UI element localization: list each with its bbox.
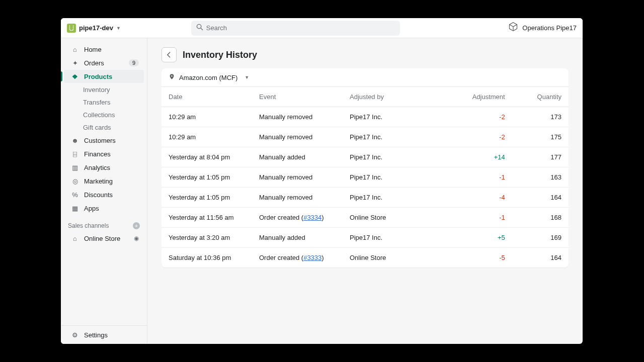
customers-icon: ☻ [71,137,79,144]
sidebar-item-label: Products [84,73,112,80]
location-name: Amazon.com (MCF) [179,74,237,81]
cell-adjusted-by: Pipe17 Inc. [343,188,443,208]
col-header-adjusted-by: Adjusted by [343,87,443,107]
location-selector[interactable]: Amazon.com (MCF) ▼ [162,68,569,87]
cell-adjusted-by: Online Store [343,208,443,228]
sidebar-item-apps[interactable]: ▦Apps [64,202,144,215]
arrow-left-icon [165,51,173,59]
analytics-icon: ▥ [71,164,79,171]
sidebar-item-marketing[interactable]: ◎Marketing [64,174,144,188]
sidebar-item-label: Home [84,46,102,53]
cell-quantity: 164 [512,248,569,268]
cell-event: Order created (#3333) [252,248,343,268]
orders-badge: 9 [129,59,139,66]
add-channel-button[interactable]: + [133,222,140,229]
sidebar-subitem-collections[interactable]: Collections [64,109,144,121]
store-name: pipe17-dev [79,24,113,32]
cell-date: Yesterday at 8:04 pm [162,147,252,167]
cell-quantity: 168 [512,208,569,228]
cell-adjustment: +14 [443,147,512,167]
cell-adjustment: +5 [443,228,512,248]
table-row: Yesterday at 11:56 amOrder created (#333… [162,208,569,228]
account-label: Operations Pipe17 [522,24,577,32]
cell-adjustment: -2 [443,127,512,147]
sidebar-item-settings[interactable]: ⚙ Settings [64,328,144,341]
search-icon [196,24,203,32]
col-header-date: Date [162,87,252,107]
discounts-icon: % [71,191,79,199]
store-icon: ⌂ [71,235,79,242]
back-button[interactable] [162,47,177,62]
cell-event: Manually added [252,228,343,248]
cell-adjustment: -5 [443,248,512,268]
sidebar-item-discounts[interactable]: %Discounts [64,188,144,201]
settings-label: Settings [84,331,108,339]
table-row: 10:29 amManually removedPipe17 Inc.-2173 [162,107,569,127]
sidebar-item-label: Apps [84,205,99,212]
apps-icon: ▦ [71,205,79,212]
sidebar-item-customers[interactable]: ☻Customers [64,134,144,147]
svg-point-0 [197,24,201,28]
table-row: 10:29 amManually removedPipe17 Inc.-2175 [162,127,569,147]
location-pin-icon [169,73,175,81]
sidebar-item-products[interactable]: ❖Products [64,70,144,83]
search-placeholder: Search [206,24,227,32]
sales-channels-header: Sales channels + [61,222,147,229]
col-header-quantity: Quantity [512,87,569,107]
order-link[interactable]: #3334 [303,214,321,221]
home-icon: ⌂ [71,46,79,53]
table-row: Yesterday at 1:05 pmManually removedPipe… [162,188,569,208]
cell-quantity: 169 [512,228,569,248]
cell-adjusted-by: Pipe17 Inc. [343,127,443,147]
col-header-adjustment: Adjustment [443,87,512,107]
cell-adjusted-by: Pipe17 Inc. [343,228,443,248]
inventory-history-card: Amazon.com (MCF) ▼ Date Event Adjusted b… [162,68,569,267]
cell-date: 10:29 am [162,107,252,127]
cell-quantity: 175 [512,127,569,147]
table-row: Yesterday at 8:04 pmManually addedPipe17… [162,147,569,167]
cell-quantity: 173 [512,107,569,127]
sidebar-item-label: Analytics [84,164,110,171]
account-menu[interactable]: Operations Pipe17 [508,22,577,34]
channel-item-label: Online Store [84,235,120,242]
products-icon: ❖ [71,73,79,80]
cell-event: Manually removed [252,188,343,208]
sidebar-item-orders[interactable]: ✦Orders9 [64,56,144,69]
sidebar-item-finances[interactable]: ⌸Finances [64,147,144,160]
eye-icon[interactable]: ◉ [134,235,139,242]
finances-icon: ⌸ [71,150,79,158]
sidebar-item-home[interactable]: ⌂Home [64,43,144,56]
cell-date: Yesterday at 3:20 am [162,228,252,248]
order-link[interactable]: #3333 [303,254,321,261]
sidebar-item-label: Finances [84,150,111,158]
cell-event: Manually removed [252,107,343,127]
cell-quantity: 163 [512,167,569,188]
cell-quantity: 164 [512,188,569,208]
chevron-down-icon: ▼ [245,75,249,80]
sidebar-subitem-transfers[interactable]: Transfers [64,96,144,108]
gear-icon: ⚙ [71,331,79,339]
cell-adjustment: -2 [443,107,512,127]
sidebar-item-label: Marketing [84,177,113,185]
sidebar: ⌂Home✦Orders9❖ProductsInventoryTransfers… [61,38,147,344]
table-row: Saturday at 10:36 pmOrder created (#3333… [162,248,569,268]
cell-adjusted-by: Pipe17 Inc. [343,107,443,127]
cell-adjusted-by: Pipe17 Inc. [343,167,443,188]
table-row: Yesterday at 3:20 amManually addedPipe17… [162,228,569,248]
inventory-history-table: Date Event Adjusted by Adjustment Quanti… [162,87,569,267]
channel-item-onlinestore[interactable]: ⌂Online Store◉ [64,232,144,245]
sidebar-subitem-giftcards[interactable]: Gift cards [64,121,144,133]
cell-adjustment: -1 [443,167,512,188]
sidebar-item-analytics[interactable]: ▥Analytics [64,161,144,174]
cell-date: Yesterday at 11:56 am [162,208,252,228]
orders-icon: ✦ [71,59,79,67]
cell-quantity: 177 [512,147,569,167]
sidebar-subitem-inventory[interactable]: Inventory [64,83,144,96]
search-input[interactable]: Search [191,21,400,36]
chevron-down-icon: ▼ [116,26,121,31]
svg-line-1 [201,28,203,30]
main-content: Inventory History Amazon.com (MCF) ▼ Dat… [147,38,583,344]
store-switcher[interactable]: pipe17-dev ▼ [67,24,121,33]
cell-event: Manually removed [252,127,343,147]
cell-date: Yesterday at 1:05 pm [162,188,252,208]
